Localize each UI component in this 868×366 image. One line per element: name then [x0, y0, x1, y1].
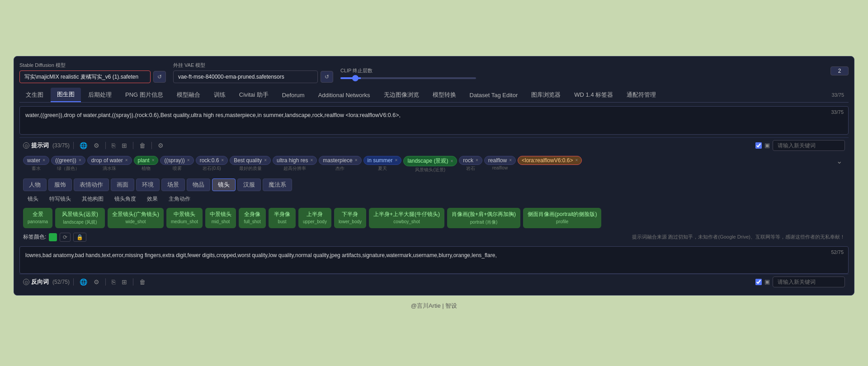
negative-enable-checkbox[interactable]: [755, 279, 762, 285]
color-reset-btn[interactable]: ⟳: [60, 233, 71, 242]
tab-houpichuli[interactable]: 后期处理: [82, 88, 118, 102]
tags-expand-btn[interactable]: ⌄: [834, 156, 845, 166]
tab-tushengtu[interactable]: 图生图: [51, 88, 81, 102]
tab-infinite-image[interactable]: 无边图像浏览: [377, 88, 425, 102]
cat-tab-renwu[interactable]: 人物: [23, 178, 47, 191]
tag-best-quality-pill[interactable]: Best quality ×: [230, 156, 271, 165]
tag-realflow-pill[interactable]: realflow ×: [484, 156, 516, 165]
cat-tab-mofa[interactable]: 魔法系: [263, 178, 292, 191]
tab-train[interactable]: 训练: [208, 88, 232, 102]
cat-tab-huanjing[interactable]: 环境: [136, 178, 160, 191]
negative-new-keyword-input[interactable]: [773, 277, 845, 287]
tab-wildcard[interactable]: 通配符管理: [620, 88, 662, 102]
tag-masterpiece-pill[interactable]: masterpiece ×: [319, 156, 361, 165]
sd-model-select[interactable]: 写实\majicMIX realistic 麦橘写实_v6 (1).safete…: [19, 70, 151, 83]
tab-deforum[interactable]: Deforum: [276, 89, 311, 101]
shot-btn-cowboy-shot[interactable]: 上半身+上半大腿(牛仔镜头) cowboy_shot: [369, 208, 444, 228]
subcat-texie[interactable]: 特写镜头: [45, 194, 75, 204]
tab-model-convert[interactable]: 模型转换: [426, 88, 462, 102]
subcat-qita[interactable]: 其他构图: [77, 194, 108, 204]
vae-model-refresh-btn[interactable]: ↺: [321, 71, 333, 83]
tag-ultra-high-res-pill[interactable]: ultra high res ×: [273, 156, 317, 165]
cat-tab-biaoqing[interactable]: 表情动作: [74, 178, 109, 191]
tag-in-summer-pill[interactable]: in summer ×: [363, 156, 402, 165]
neg-tool-copy-btn[interactable]: ⎘: [109, 277, 118, 287]
negative-prompt-tools: ⊙ 反向词 (52/75) 🌐 ⚙ ⎘ ⊞ 🗑 ▣: [19, 274, 849, 290]
subcat-jiaodu[interactable]: 镜头角度: [110, 194, 141, 204]
shot-btn-medium2[interactable]: 中景镜头 mid_shot: [205, 208, 236, 228]
tab-wentu[interactable]: 文生图: [19, 88, 50, 102]
shot-btn-wide-shot[interactable]: 全景镜头(广角镜头) wide_shot: [108, 208, 164, 228]
neg-tool-clear-btn[interactable]: 🗑: [137, 277, 148, 287]
clip-slider-wrap: [340, 77, 849, 79]
shot-btn-lower-body[interactable]: 下半身 lower_body: [334, 208, 366, 228]
tool-paste-btn[interactable]: ⊞: [119, 141, 129, 150]
color-dot-green[interactable]: [49, 233, 57, 241]
tag-color-label: 标签颜色:: [23, 233, 46, 241]
shot-btn-panorama[interactable]: 全景 panorama: [23, 208, 52, 228]
neg-tool-gear-btn[interactable]: ⚙: [91, 277, 102, 287]
tag-drop-of-water-pill[interactable]: drop of water ×: [87, 156, 132, 165]
tag-lora-pill[interactable]: <lora:realflowV6:0.6> ×: [518, 156, 582, 165]
positive-new-keyword-input[interactable]: [773, 140, 845, 151]
cat-tab-hanfu[interactable]: 汉服: [237, 178, 261, 191]
divider-3: [133, 142, 133, 149]
negative-prompt-textarea[interactable]: lowres,bad anatomy,bad hands,text,error,…: [20, 247, 848, 272]
tab-dataset-editor[interactable]: Dataset Tag Editor: [463, 89, 524, 101]
tab-png-info[interactable]: PNG 图片信息: [119, 88, 170, 102]
tool-clear-btn[interactable]: 🗑: [137, 141, 148, 150]
tag-green-pill[interactable]: ((green)) ×: [51, 156, 85, 165]
tag-spray-pill[interactable]: ((spray)) ×: [160, 156, 193, 165]
cat-tab-fushi[interactable]: 服饰: [48, 178, 72, 191]
tag-masterpiece: masterpiece × 杰作: [319, 156, 361, 172]
shot-btn-full-shot[interactable]: 全身像 full_shot: [239, 208, 266, 228]
shot-btn-landscape[interactable]: 风景镜头(远景) landscape (风观): [55, 208, 105, 228]
footer: @言川Artie | 智设: [411, 302, 458, 310]
positive-enable-checkbox[interactable]: [755, 142, 762, 149]
tag-rock-pill[interactable]: rock ×: [459, 156, 482, 165]
tool-copy-btn[interactable]: ⎘: [109, 141, 118, 150]
tab-model-merge[interactable]: 模型融合: [170, 88, 207, 102]
clip-section: CLIP 终止层数 2: [340, 66, 849, 79]
tab-wd14[interactable]: WD 1.4 标签器: [568, 88, 619, 102]
copyright-notice: 提示词融合来源 跑过切知乎，未知作者(Google Drive)、互联网等等，感…: [632, 234, 845, 240]
sd-model-refresh-btn[interactable]: ↺: [153, 71, 166, 83]
tool-gear-btn[interactable]: ⚙: [91, 141, 102, 150]
neg-tool-paste-btn[interactable]: ⊞: [119, 277, 129, 287]
positive-expand-icon[interactable]: ⊙: [23, 142, 29, 149]
shot-btn-bust[interactable]: 半身像 bust: [269, 208, 296, 228]
subcat-xiaoguo[interactable]: 效果: [142, 194, 162, 204]
subcat-jentou[interactable]: 镜头: [23, 194, 43, 204]
tab-civitai[interactable]: Civitai 助手: [233, 88, 275, 102]
cat-tab-changjing[interactable]: 场景: [161, 178, 185, 191]
cat-tab-jentou[interactable]: 镜头: [212, 178, 236, 191]
cat-tab-huamian[interactable]: 画面: [111, 178, 134, 191]
shot-btn-upper-body[interactable]: 上半身 upper_body: [298, 208, 331, 228]
tab-additional-networks[interactable]: Additional Networks: [312, 89, 377, 101]
shot-buttons-area: 全景 panorama 风景镜头(远景) landscape (风观) 全景镜头…: [19, 205, 849, 231]
tag-rock06: rock:0.6 × 岩石(0.6): [196, 156, 228, 172]
tool-settings2-btn[interactable]: ⚙: [156, 141, 166, 150]
shot-btn-portrait[interactable]: 肖像画(脸+肩+偶尔再加胸) portrait (肖像): [447, 208, 520, 228]
negative-prompt-count: 52/75: [831, 249, 844, 255]
vae-select-wrap: vae-ft-mse-840000-ema-pruned.safetensors…: [173, 70, 333, 83]
shot-btn-medium1[interactable]: 中景镜头 medium_shot: [166, 208, 203, 228]
shot-btn-profile[interactable]: 侧面肖像画(portrait的侧脸版) profile: [523, 208, 601, 228]
cat-tab-wupin[interactable]: 物品: [187, 178, 210, 191]
tag-landscape-pill[interactable]: landscape (景观) ×: [403, 156, 457, 166]
color-lock-btn[interactable]: 🔒: [73, 233, 86, 242]
tag-rock06-pill[interactable]: rock:0.6 ×: [196, 156, 228, 165]
clip-slider[interactable]: [340, 77, 476, 79]
tag-water: water × 蓄水: [23, 156, 49, 172]
tab-gallery[interactable]: 图库浏览器: [525, 88, 567, 102]
subcat-zhujiao[interactable]: 主角动作: [164, 194, 195, 204]
neg-tool-globe-btn[interactable]: 🌐: [77, 277, 90, 287]
positive-prompt-textarea[interactable]: water,((green)),drop of water,plant,((sp…: [20, 107, 848, 133]
main-category-tabs: 人物 服饰 表情动作 画面 环境 场景 物品 镜头 汉服 魔法系: [19, 176, 849, 192]
negative-checkbox-icon: ▣: [764, 278, 770, 285]
vae-model-select[interactable]: vae-ft-mse-840000-ema-pruned.safetensors: [173, 70, 318, 83]
tag-plant-pill[interactable]: plant ×: [134, 156, 159, 165]
negative-expand-icon[interactable]: ⊙: [23, 279, 29, 285]
tag-water-pill[interactable]: water ×: [23, 156, 49, 165]
tool-globe-btn[interactable]: 🌐: [77, 141, 90, 150]
